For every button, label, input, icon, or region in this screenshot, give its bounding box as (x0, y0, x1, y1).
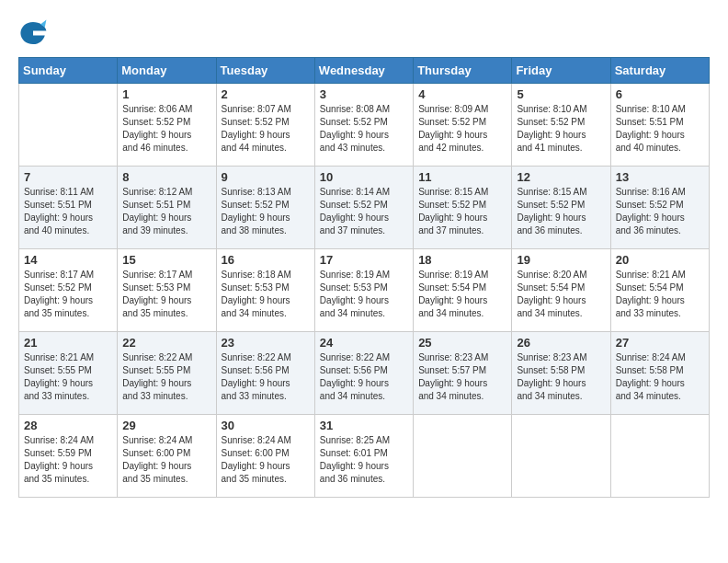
weekday-header-friday: Friday (512, 58, 610, 84)
weekday-header-tuesday: Tuesday (216, 58, 314, 84)
day-info: Sunrise: 8:17 AMSunset: 5:52 PMDaylight:… (24, 269, 112, 320)
day-info: Sunrise: 8:07 AMSunset: 5:52 PMDaylight:… (222, 103, 310, 155)
calendar-cell: 24Sunrise: 8:22 AMSunset: 5:56 PMDayligh… (314, 332, 413, 415)
day-info: Sunrise: 8:12 AMSunset: 5:51 PMDaylight:… (122, 186, 210, 237)
day-number: 31 (320, 419, 408, 432)
calendar-week-row: 28Sunrise: 8:24 AMSunset: 5:59 PMDayligh… (19, 415, 710, 498)
day-info: Sunrise: 8:23 AMSunset: 5:57 PMDaylight:… (418, 351, 506, 403)
day-info: Sunrise: 8:10 AMSunset: 5:51 PMDaylight:… (616, 103, 704, 155)
logo (18, 18, 53, 48)
weekday-header-thursday: Thursday (414, 58, 512, 84)
day-info: Sunrise: 8:23 AMSunset: 5:58 PMDaylight:… (517, 351, 605, 403)
day-info: Sunrise: 8:24 AMSunset: 6:00 PMDaylight:… (222, 434, 310, 486)
day-info: Sunrise: 8:06 AMSunset: 5:52 PMDaylight:… (122, 103, 210, 155)
day-number: 26 (517, 336, 605, 350)
day-number: 11 (418, 170, 506, 184)
calendar-cell: 6Sunrise: 8:10 AMSunset: 5:51 PMDaylight… (610, 84, 709, 167)
calendar-cell: 8Sunrise: 8:12 AMSunset: 5:51 PMDaylight… (118, 167, 216, 249)
calendar-cell: 21Sunrise: 8:21 AMSunset: 5:55 PMDayligh… (19, 332, 118, 415)
calendar-cell: 4Sunrise: 8:09 AMSunset: 5:52 PMDaylight… (414, 84, 512, 167)
calendar-cell: 10Sunrise: 8:14 AMSunset: 5:52 PMDayligh… (314, 167, 413, 249)
day-info: Sunrise: 8:09 AMSunset: 5:52 PMDaylight:… (418, 103, 506, 155)
day-info: Sunrise: 8:13 AMSunset: 5:52 PMDaylight:… (222, 186, 310, 237)
day-number: 15 (122, 253, 210, 267)
day-number: 17 (320, 253, 408, 267)
calendar-cell: 19Sunrise: 8:20 AMSunset: 5:54 PMDayligh… (512, 249, 610, 332)
day-number: 14 (24, 253, 112, 267)
day-number: 23 (222, 336, 310, 350)
day-info: Sunrise: 8:08 AMSunset: 5:52 PMDaylight:… (320, 103, 408, 155)
day-number: 3 (320, 87, 408, 101)
page-header (18, 18, 710, 48)
day-info: Sunrise: 8:24 AMSunset: 5:59 PMDaylight:… (24, 434, 112, 486)
calendar-cell: 5Sunrise: 8:10 AMSunset: 5:52 PMDaylight… (512, 84, 610, 167)
weekday-header-row: SundayMondayTuesdayWednesdayThursdayFrid… (19, 58, 710, 84)
day-number: 25 (418, 336, 506, 350)
calendar-cell: 26Sunrise: 8:23 AMSunset: 5:58 PMDayligh… (512, 332, 610, 415)
calendar-week-row: 14Sunrise: 8:17 AMSunset: 5:52 PMDayligh… (19, 249, 710, 332)
calendar-cell: 27Sunrise: 8:24 AMSunset: 5:58 PMDayligh… (610, 332, 709, 415)
day-info: Sunrise: 8:21 AMSunset: 5:54 PMDaylight:… (616, 269, 704, 320)
day-number: 4 (418, 87, 506, 101)
calendar-cell: 9Sunrise: 8:13 AMSunset: 5:52 PMDaylight… (216, 167, 314, 249)
day-number: 19 (517, 253, 605, 267)
calendar-cell: 7Sunrise: 8:11 AMSunset: 5:51 PMDaylight… (19, 167, 118, 249)
calendar-cell (610, 415, 709, 498)
day-info: Sunrise: 8:17 AMSunset: 5:53 PMDaylight:… (122, 269, 210, 320)
day-info: Sunrise: 8:22 AMSunset: 5:56 PMDaylight:… (222, 351, 310, 403)
calendar-cell: 12Sunrise: 8:15 AMSunset: 5:52 PMDayligh… (512, 167, 610, 249)
calendar-cell: 3Sunrise: 8:08 AMSunset: 5:52 PMDaylight… (314, 84, 413, 167)
day-info: Sunrise: 8:22 AMSunset: 5:55 PMDaylight:… (122, 351, 210, 403)
calendar-cell: 22Sunrise: 8:22 AMSunset: 5:55 PMDayligh… (118, 332, 216, 415)
day-number: 28 (24, 419, 112, 432)
calendar-cell: 14Sunrise: 8:17 AMSunset: 5:52 PMDayligh… (19, 249, 118, 332)
day-number: 5 (517, 87, 605, 101)
calendar-cell: 1Sunrise: 8:06 AMSunset: 5:52 PMDaylight… (118, 84, 216, 167)
day-info: Sunrise: 8:16 AMSunset: 5:52 PMDaylight:… (616, 186, 704, 237)
calendar-cell: 2Sunrise: 8:07 AMSunset: 5:52 PMDaylight… (216, 84, 314, 167)
day-number: 1 (122, 87, 210, 101)
calendar-cell: 31Sunrise: 8:25 AMSunset: 6:01 PMDayligh… (314, 415, 413, 498)
weekday-header-wednesday: Wednesday (314, 58, 413, 84)
day-number: 6 (616, 87, 704, 101)
day-info: Sunrise: 8:20 AMSunset: 5:54 PMDaylight:… (517, 269, 605, 320)
calendar-cell (19, 84, 118, 167)
calendar-cell (414, 415, 512, 498)
day-number: 16 (222, 253, 310, 267)
day-number: 30 (222, 419, 310, 432)
calendar-cell: 25Sunrise: 8:23 AMSunset: 5:57 PMDayligh… (414, 332, 512, 415)
day-number: 13 (616, 170, 704, 184)
weekday-header-sunday: Sunday (19, 58, 118, 84)
calendar-cell: 15Sunrise: 8:17 AMSunset: 5:53 PMDayligh… (118, 249, 216, 332)
calendar-week-row: 1Sunrise: 8:06 AMSunset: 5:52 PMDaylight… (19, 84, 710, 167)
day-info: Sunrise: 8:18 AMSunset: 5:53 PMDaylight:… (222, 269, 310, 320)
day-number: 22 (122, 336, 210, 350)
calendar-table: SundayMondayTuesdayWednesdayThursdayFrid… (18, 57, 710, 498)
weekday-header-monday: Monday (118, 58, 216, 84)
day-info: Sunrise: 8:11 AMSunset: 5:51 PMDaylight:… (24, 186, 112, 237)
day-info: Sunrise: 8:10 AMSunset: 5:52 PMDaylight:… (517, 103, 605, 155)
calendar-week-row: 21Sunrise: 8:21 AMSunset: 5:55 PMDayligh… (19, 332, 710, 415)
calendar-cell: 17Sunrise: 8:19 AMSunset: 5:53 PMDayligh… (314, 249, 413, 332)
logo-icon (18, 18, 48, 48)
calendar-cell (512, 415, 610, 498)
day-number: 12 (517, 170, 605, 184)
weekday-header-saturday: Saturday (610, 58, 709, 84)
calendar-cell: 18Sunrise: 8:19 AMSunset: 5:54 PMDayligh… (414, 249, 512, 332)
day-number: 20 (616, 253, 704, 267)
calendar-cell: 16Sunrise: 8:18 AMSunset: 5:53 PMDayligh… (216, 249, 314, 332)
day-info: Sunrise: 8:21 AMSunset: 5:55 PMDaylight:… (24, 351, 112, 403)
calendar-cell: 29Sunrise: 8:24 AMSunset: 6:00 PMDayligh… (118, 415, 216, 498)
day-number: 27 (616, 336, 704, 350)
day-number: 24 (320, 336, 408, 350)
calendar-cell: 28Sunrise: 8:24 AMSunset: 5:59 PMDayligh… (19, 415, 118, 498)
day-info: Sunrise: 8:24 AMSunset: 6:00 PMDaylight:… (122, 434, 210, 486)
day-number: 2 (222, 87, 310, 101)
calendar-cell: 13Sunrise: 8:16 AMSunset: 5:52 PMDayligh… (610, 167, 709, 249)
calendar-week-row: 7Sunrise: 8:11 AMSunset: 5:51 PMDaylight… (19, 167, 710, 249)
day-info: Sunrise: 8:14 AMSunset: 5:52 PMDaylight:… (320, 186, 408, 237)
day-number: 10 (320, 170, 408, 184)
day-number: 29 (122, 419, 210, 432)
day-number: 9 (222, 170, 310, 184)
day-info: Sunrise: 8:15 AMSunset: 5:52 PMDaylight:… (517, 186, 605, 237)
